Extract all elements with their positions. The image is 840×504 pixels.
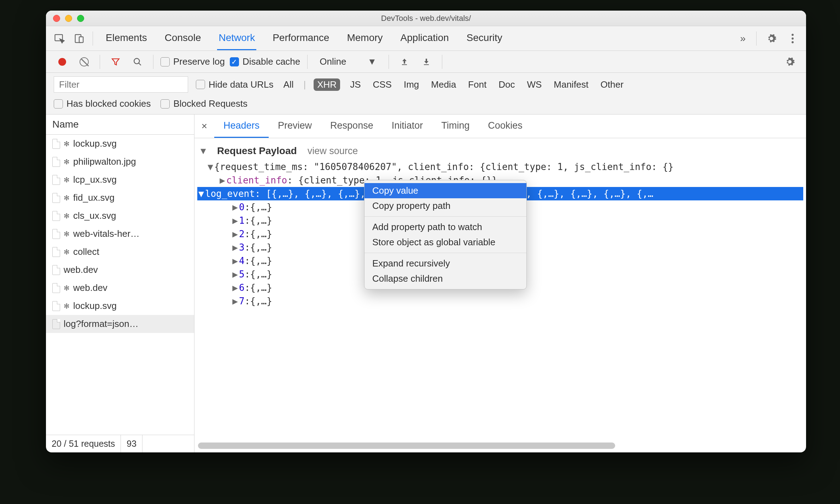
filter-type-img[interactable]: Img [402, 78, 421, 91]
separator [100, 55, 100, 69]
request-row[interactable]: ✻lockup.svg [46, 297, 194, 315]
caret-right-icon[interactable]: ▶ [231, 282, 239, 293]
horizontal-scrollbar[interactable] [198, 443, 794, 449]
request-name: lcp_ux.svg [73, 174, 117, 185]
detail-tab-preview[interactable]: Preview [269, 115, 321, 138]
context-menu-item[interactable]: Store object as global variable [364, 235, 526, 250]
context-menu-item[interactable]: Add property path to watch [364, 219, 526, 235]
filter-type-manifest[interactable]: Manifest [552, 78, 590, 91]
document-icon [52, 193, 60, 203]
payload-root-line[interactable]: ▼ {request_time_ms: "1605078406207", cli… [197, 160, 803, 174]
detail-tab-timing[interactable]: Timing [432, 115, 479, 138]
panel-tab-performance[interactable]: Performance [271, 27, 331, 50]
index-value: {,…} [250, 269, 272, 280]
status-bar: 20 / 51 requests 93 [46, 435, 194, 452]
request-row[interactable]: ✻lcp_ux.svg [46, 171, 194, 189]
context-menu-item[interactable]: Expand recursively [364, 256, 526, 271]
section-caret-icon[interactable]: ▼ [199, 146, 206, 157]
caret-right-icon[interactable]: ▶ [231, 202, 239, 212]
request-row[interactable]: ✻web-vitals-her… [46, 225, 194, 243]
throttling-select[interactable]: Online ▼ [315, 56, 381, 67]
request-row[interactable]: ✻lockup.svg [46, 135, 194, 153]
index-key: 3 [239, 242, 245, 253]
filter-type-font[interactable]: Font [466, 78, 489, 91]
svg-rect-7 [402, 64, 407, 65]
panel-tab-memory[interactable]: Memory [345, 27, 384, 50]
svg-point-3 [792, 34, 794, 36]
context-menu-item[interactable]: Collapse children [364, 271, 526, 286]
window-title: DevTools - web.dev/vitals/ [46, 14, 806, 23]
more-panels-icon[interactable]: » [736, 33, 750, 44]
svg-point-6 [134, 58, 139, 64]
caret-down-icon[interactable]: ▼ [197, 188, 205, 199]
network-settings-icon[interactable] [781, 53, 798, 70]
detail-tab-response[interactable]: Response [321, 115, 383, 138]
request-name: philipwalton.jpg [73, 156, 136, 167]
filter-type-doc[interactable]: Doc [496, 78, 517, 91]
payload-index-line[interactable]: ▶ 7: {,…} [197, 294, 803, 308]
upload-har-icon[interactable] [396, 53, 413, 70]
device-toolbar-icon[interactable] [71, 30, 88, 47]
inspect-element-icon[interactable] [51, 30, 68, 47]
kebab-menu-icon[interactable] [784, 30, 801, 47]
gear-icon: ✻ [64, 176, 70, 184]
panel-tab-security[interactable]: Security [465, 27, 504, 50]
request-row[interactable]: ✻philipwalton.jpg [46, 153, 194, 171]
chevron-down-icon: ▼ [367, 56, 377, 67]
request-row[interactable]: ✻collect [46, 243, 194, 261]
caret-right-icon[interactable]: ▶ [231, 296, 239, 306]
request-row[interactable]: ✻cls_ux.svg [46, 207, 194, 225]
filter-type-media[interactable]: Media [429, 78, 458, 91]
detail-tab-headers[interactable]: Headers [214, 115, 269, 138]
panel-tab-network[interactable]: Network [217, 27, 256, 50]
request-row[interactable]: ✻web.dev [46, 279, 194, 297]
close-detail-icon[interactable]: × [194, 121, 214, 132]
context-menu-item[interactable]: Copy property path [364, 198, 526, 213]
menu-separator [364, 253, 526, 253]
blocked-requests-checkbox[interactable]: Blocked Requests [161, 98, 247, 109]
detail-tab-initiator[interactable]: Initiator [383, 115, 432, 138]
disable-cache-checkbox[interactable]: ✓Disable cache [230, 56, 300, 67]
view-source-link[interactable]: view source [308, 146, 358, 157]
panel-tab-application[interactable]: Application [399, 27, 450, 50]
request-list-panel: Name ✻lockup.svg✻philipwalton.jpg✻lcp_ux… [46, 115, 194, 452]
filter-type-css[interactable]: CSS [371, 78, 393, 91]
clear-icon[interactable] [76, 53, 93, 70]
search-icon[interactable] [129, 53, 146, 70]
caret-right-icon[interactable]: ▶ [231, 256, 239, 266]
caret-right-icon[interactable]: ▶ [231, 229, 239, 239]
record-icon[interactable] [54, 53, 71, 70]
caret-right-icon[interactable]: ▶ [231, 269, 239, 280]
request-name: cls_ux.svg [73, 210, 116, 221]
name-column-header[interactable]: Name [46, 115, 194, 135]
request-name: web.dev [64, 264, 98, 275]
filter-type-xhr[interactable]: XHR [314, 78, 340, 91]
filter-icon[interactable] [107, 53, 124, 70]
preserve-log-checkbox[interactable]: Preserve log [161, 56, 225, 67]
request-row[interactable]: web.dev [46, 261, 194, 279]
request-name: lockup.svg [73, 138, 117, 149]
gear-icon: ✻ [64, 212, 70, 220]
has-blocked-cookies-checkbox[interactable]: Has blocked cookies [54, 98, 151, 109]
context-menu-item[interactable]: Copy value [364, 183, 526, 198]
panel-tab-elements[interactable]: Elements [104, 27, 148, 50]
filter-type-js[interactable]: JS [348, 78, 363, 91]
filter-type-ws[interactable]: WS [525, 78, 544, 91]
filter-bar: Hide data URLs All|XHRJSCSSImgMediaFontD… [46, 73, 806, 115]
panel-tab-console[interactable]: Console [163, 27, 203, 50]
filter-type-all[interactable]: All [281, 78, 296, 91]
detail-tab-strip: × HeadersPreviewResponseInitiatorTimingC… [194, 115, 806, 138]
detail-tab-cookies[interactable]: Cookies [479, 115, 532, 138]
caret-right-icon[interactable]: ▶ [231, 215, 239, 226]
settings-icon[interactable] [763, 30, 780, 47]
gear-icon: ✻ [64, 158, 70, 166]
caret-down-icon[interactable]: ▼ [206, 162, 214, 172]
filter-input[interactable] [54, 76, 188, 93]
request-row[interactable]: ✻fid_ux.svg [46, 189, 194, 207]
caret-right-icon[interactable]: ▶ [218, 175, 226, 186]
caret-right-icon[interactable]: ▶ [231, 242, 239, 253]
request-row[interactable]: log?format=json… [46, 315, 194, 333]
download-har-icon[interactable] [418, 53, 435, 70]
hide-data-urls-checkbox[interactable]: Hide data URLs [196, 79, 274, 90]
filter-type-other[interactable]: Other [599, 78, 626, 91]
